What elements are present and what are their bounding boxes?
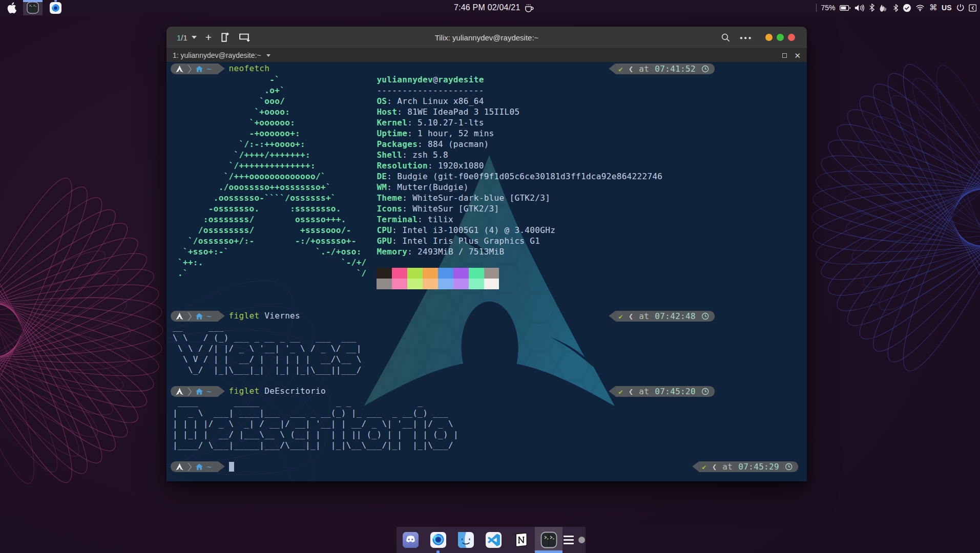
terminal-cursor[interactable] bbox=[229, 462, 234, 472]
power-icon[interactable] bbox=[956, 4, 965, 12]
prompt-time: 07:45:20 bbox=[655, 387, 696, 396]
prompt-separator-arrow bbox=[218, 386, 225, 396]
active-indicator bbox=[535, 550, 562, 553]
home-path: ~ bbox=[207, 311, 212, 321]
tab-maximize-icon[interactable] bbox=[782, 53, 787, 58]
titlebar[interactable]: 1/1 + Tilix: yuliannydev@raydesite:~ ●●● bbox=[166, 27, 807, 48]
neofetch-info-value: 5.10.27-1-lts bbox=[418, 118, 484, 127]
session-counter: 1/1 bbox=[177, 33, 187, 42]
dock-menu-icon[interactable] bbox=[564, 536, 574, 544]
keyboard-layout[interactable]: US bbox=[942, 4, 952, 12]
neofetch-info-label: Memory bbox=[377, 247, 407, 257]
palette-swatch bbox=[392, 279, 407, 289]
minimize-button[interactable] bbox=[765, 34, 773, 41]
neofetch-ascii-logo: -` .o+` `ooo/ `+oooo: `+oooooo: -+oooooo… bbox=[173, 74, 367, 279]
battery-percent: 75% bbox=[821, 4, 835, 12]
dock-item-vscode[interactable] bbox=[479, 527, 507, 553]
split-down-button[interactable] bbox=[239, 32, 251, 42]
palette-swatch bbox=[453, 279, 469, 289]
prompt-at-label: at bbox=[639, 387, 649, 396]
palette-swatch bbox=[438, 268, 453, 279]
neofetch-info: yuliannydev@raydesite ------------------… bbox=[377, 74, 662, 289]
command-key-icon[interactable]: ⌘ bbox=[929, 4, 937, 12]
window-title: Tilix: yuliannydev@raydesite:~ bbox=[166, 33, 807, 42]
neofetch-info-label: Kernel bbox=[377, 118, 407, 127]
finder-icon bbox=[458, 532, 474, 548]
arch-icon bbox=[176, 463, 183, 471]
arch-icon bbox=[176, 388, 183, 395]
search-icon[interactable] bbox=[721, 33, 730, 42]
taskbar-firefox[interactable] bbox=[50, 2, 61, 14]
clock-icon bbox=[701, 312, 709, 320]
active-task-indicator bbox=[23, 0, 43, 2]
new-session-button[interactable]: + bbox=[205, 31, 212, 44]
bluetooth-small-icon[interactable] bbox=[893, 4, 899, 12]
arch-icon bbox=[176, 65, 183, 73]
wallpaper-blue-waves bbox=[810, 52, 980, 382]
maximize-button[interactable] bbox=[777, 34, 784, 41]
prompt-left-segment: ~ bbox=[171, 311, 218, 322]
menu-dots-icon[interactable]: ●●● bbox=[740, 35, 753, 40]
updates-check-icon[interactable] bbox=[903, 4, 911, 12]
split-right-button[interactable] bbox=[221, 32, 230, 43]
dock bbox=[397, 527, 586, 553]
prompt-line: ~figletViernes✔❮at07:42:48 bbox=[173, 311, 801, 322]
tab-close-icon[interactable]: ✕ bbox=[794, 52, 801, 59]
neofetch-info-label: Terminal bbox=[377, 215, 418, 224]
neofetch-info-label: WM bbox=[377, 182, 387, 192]
prompt-separator-arrow bbox=[218, 63, 225, 74]
prompt-left-segment: ~ bbox=[171, 386, 218, 397]
bluetooth-icon[interactable] bbox=[869, 4, 874, 12]
prompt-line: ~neofetch✔❮at07:41:52 bbox=[173, 63, 801, 74]
neofetch-host: raydesite bbox=[438, 75, 484, 84]
running-indicator bbox=[54, 0, 57, 2]
dock-item-discord[interactable] bbox=[397, 527, 424, 553]
prompt-right-segment: ✔❮at07:41:52 bbox=[609, 63, 715, 74]
prompt-time: 07:42:48 bbox=[655, 311, 696, 321]
palette-swatch bbox=[484, 268, 499, 279]
neofetch-info-value: WhiteSur [GTK2/3] bbox=[412, 204, 499, 214]
tilix-icon bbox=[540, 531, 557, 548]
check-icon: ✔ bbox=[702, 463, 706, 471]
terminal-viewport[interactable]: ~neofetch✔❮at07:41:52 ~figletViernes✔❮at… bbox=[166, 62, 807, 481]
notion-icon bbox=[513, 532, 529, 548]
command-arg: DeEscritorio bbox=[264, 386, 326, 396]
tilix-window: 1/1 + Tilix: yuliannydev@raydesite:~ ●●●… bbox=[166, 27, 807, 481]
neofetch-info-label: GPU bbox=[377, 236, 392, 246]
command-arg: Viernes bbox=[264, 311, 300, 321]
figlet-deescritorio-art: ____ _____ _ _ _ | _ \ ___| ____|___ ___… bbox=[173, 397, 458, 451]
check-icon: ✔ bbox=[618, 388, 623, 396]
taskbar-tilix-active[interactable] bbox=[23, 0, 43, 15]
neofetch-info-label: Resolution bbox=[377, 161, 428, 171]
chevron-left-icon: ❮ bbox=[712, 462, 717, 472]
prompt-right-notch bbox=[609, 63, 615, 74]
tab-title[interactable]: 1: yuliannydev@raydesite:~ bbox=[173, 51, 261, 59]
home-path: ~ bbox=[207, 462, 212, 472]
palette-swatch bbox=[423, 268, 438, 279]
neofetch-info-value: Budgie (git-f0e0f9f1d05c6ce30181d3ff1dca… bbox=[397, 172, 662, 181]
neofetch-info-value: Arch Linux x86_64 bbox=[397, 96, 484, 106]
dock-item-tilix-active[interactable] bbox=[535, 527, 562, 553]
session-dropdown-icon[interactable] bbox=[192, 36, 197, 39]
palette-swatch bbox=[469, 279, 484, 289]
dock-handle-dot[interactable] bbox=[578, 537, 585, 543]
prompt-at-label: at bbox=[639, 311, 649, 321]
prompt-left-segment: ~ bbox=[171, 63, 218, 74]
dock-item-firefox[interactable] bbox=[424, 527, 452, 553]
clock-applet[interactable]: 7:46 PM 02/04/21 bbox=[454, 0, 534, 15]
caffeine-cup-icon[interactable] bbox=[524, 3, 534, 13]
clock-text: 7:46 PM 02/04/21 bbox=[454, 3, 520, 12]
prompt-line: ~✔❮at07:45:29 bbox=[173, 461, 801, 472]
chevron-left-icon: ❮ bbox=[629, 387, 633, 396]
flame-applet-icon[interactable] bbox=[879, 3, 889, 12]
clock-icon bbox=[785, 463, 793, 471]
dock-item-files[interactable] bbox=[452, 527, 479, 553]
apple-menu[interactable] bbox=[6, 0, 17, 15]
wifi-icon[interactable] bbox=[915, 4, 925, 12]
tab-dropdown-icon[interactable] bbox=[266, 54, 270, 57]
battery-icon[interactable] bbox=[840, 5, 850, 11]
volume-icon[interactable] bbox=[854, 4, 865, 12]
dock-item-notion[interactable] bbox=[507, 527, 535, 553]
notification-sidebar-icon[interactable] bbox=[969, 4, 977, 12]
close-button[interactable] bbox=[788, 34, 795, 41]
